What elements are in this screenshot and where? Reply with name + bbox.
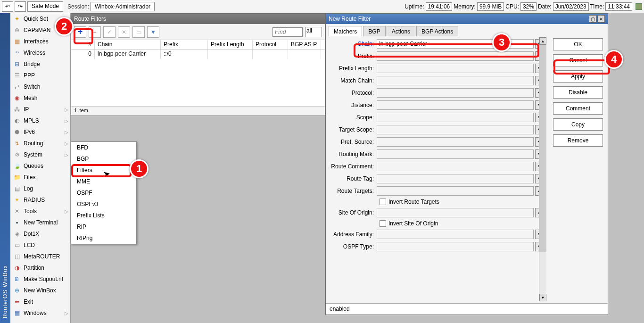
col-bgp[interactable]: BGP AS P	[288, 40, 321, 49]
protocol-label: Protocol:	[328, 90, 377, 96]
sidebar-item-dot1x[interactable]: ◈Dot1X	[10, 228, 70, 240]
invert-route-targets-checkbox[interactable]	[380, 199, 386, 205]
all-dropdown[interactable]: all	[305, 27, 322, 37]
col-chain[interactable]: Chain	[95, 40, 161, 49]
sidebar-item-mesh[interactable]: ◉Mesh	[10, 92, 70, 104]
sidebar-item-make-supout-rif[interactable]: 🗎Make Supout.rif	[10, 273, 70, 285]
tools-icon: ✕	[13, 207, 21, 215]
tab-bgp[interactable]: BGP	[363, 26, 385, 37]
cancel-button[interactable]: Cancel	[553, 54, 603, 66]
sidebar-item-log[interactable]: ▤Log	[10, 183, 70, 194]
scroll-thumb[interactable]	[539, 45, 546, 252]
disable-window-button[interactable]: Disable	[553, 86, 603, 99]
system-icon: ⚙	[13, 151, 21, 158]
sidebar-item-ip[interactable]: ⁂IP▷	[10, 104, 70, 115]
sidebar-item-windows[interactable]: ▦Windows▷	[10, 307, 70, 319]
prefix-input[interactable]	[377, 51, 534, 61]
sidebar-item-queues[interactable]: 🍃Queues	[10, 160, 70, 172]
copy-button[interactable]: Copy	[553, 118, 603, 131]
col-idx[interactable]: #	[71, 40, 95, 49]
sidebar-item-tools[interactable]: ✕Tools▷	[10, 206, 70, 217]
enable-button[interactable]: ✓	[103, 26, 116, 38]
submenu-item-prefix-lists[interactable]: Prefix Lists	[71, 210, 136, 221]
submenu-item-ospf[interactable]: OSPF	[71, 187, 136, 199]
scroll-down-icon[interactable]: ▼	[539, 294, 546, 301]
new-route-filter-title: New Route Filter ▢ ✕	[326, 14, 608, 24]
form-scrollbar[interactable]: ▲ ▼	[539, 37, 546, 301]
sidebar-item-exit[interactable]: ⬅Exit	[10, 296, 70, 307]
pref-source-input[interactable]	[377, 137, 534, 147]
col-plen[interactable]: Prefix Length	[208, 40, 253, 49]
sidebar-item-ppp[interactable]: ☰PPP	[10, 70, 70, 81]
address-family-input[interactable]	[377, 230, 534, 239]
add-button[interactable]: +	[74, 26, 86, 38]
prefix-label: Prefix:	[328, 53, 377, 59]
table-row[interactable]: 0 in-bgp-peer-Carrier ::/0	[71, 50, 325, 59]
tab-matchers[interactable]: Matchers	[329, 26, 362, 37]
apply-button[interactable]: Apply	[553, 70, 603, 83]
distance-input[interactable]	[377, 100, 534, 110]
route-comment-input[interactable]	[377, 162, 534, 171]
protocol-input[interactable]	[377, 88, 534, 98]
sidebar-item-system[interactable]: ⚙System▷	[10, 149, 70, 160]
sidebar-item-ipv6[interactable]: ⬢IPv6▷	[10, 126, 70, 138]
submenu-item-rip[interactable]: RIP	[71, 221, 136, 232]
submenu-item-bgp[interactable]: BGP	[71, 153, 136, 165]
tab-bgp-actions[interactable]: BGP Actions	[416, 26, 458, 37]
target-scope-input[interactable]	[377, 125, 534, 134]
safe-mode-button[interactable]: Safe Mode	[27, 1, 63, 12]
disable-button[interactable]: ✕	[118, 26, 130, 38]
remove-window-button[interactable]: Remove	[553, 134, 603, 147]
submenu-arrow-icon: ▷	[65, 118, 68, 124]
remove-button[interactable]: −	[89, 26, 101, 38]
comment-button[interactable]: Comment	[553, 102, 603, 115]
col-prefix[interactable]: Prefix	[161, 40, 208, 49]
routing-mark-input[interactable]	[377, 149, 534, 159]
sidebar-item-files[interactable]: 📁Files	[10, 172, 70, 183]
scope-input[interactable]	[377, 113, 534, 122]
filter-toolbar-button[interactable]: ▼	[147, 26, 159, 38]
close-button[interactable]: ✕	[597, 15, 605, 23]
submenu-item-bfd[interactable]: BFD	[71, 142, 136, 153]
scroll-up-icon[interactable]: ▲	[539, 37, 546, 45]
col-proto[interactable]: Protocol	[253, 40, 288, 49]
route-tag-input[interactable]	[377, 174, 534, 183]
invert-site-checkbox[interactable]	[380, 220, 386, 227]
match-chain-input[interactable]	[377, 76, 534, 85]
sidebar-item-new-winbox[interactable]: ⊛New WinBox	[10, 285, 70, 296]
submenu-item-ripng[interactable]: RIPng	[71, 232, 136, 244]
ospf-type-input[interactable]	[377, 242, 534, 251]
minimize-button[interactable]: ▢	[589, 15, 596, 23]
sidebar-item-partition[interactable]: ◑Partition	[10, 262, 70, 273]
sidebar-item-metarouter[interactable]: ◫MetaROUTER	[10, 251, 70, 262]
sidebar-item-label: Make Supout.rif	[24, 276, 63, 282]
tabs: Matchers BGP Actions BGP Actions	[326, 24, 608, 37]
comment-toolbar-button[interactable]: ▭	[132, 26, 145, 38]
sidebar-item-interfaces[interactable]: ▦Interfaces	[10, 36, 70, 47]
ok-button[interactable]: OK	[553, 38, 603, 50]
sidebar-item-wireless[interactable]: ⌔Wireless	[10, 47, 70, 58]
prefix-length-input[interactable]	[377, 64, 534, 73]
make-supout-rif-icon: 🗎	[13, 275, 21, 283]
route-targets-label: Route Targets:	[328, 188, 377, 194]
site-of-origin-input[interactable]	[377, 208, 534, 217]
undo-button[interactable]: ↶	[2, 1, 13, 12]
tab-actions[interactable]: Actions	[387, 26, 415, 37]
sidebar-item-bridge[interactable]: ⊟Bridge	[10, 58, 70, 70]
routing-icon: ↯	[13, 140, 21, 147]
sidebar-item-radius[interactable]: ✴RADIUS	[10, 194, 70, 206]
submenu-item-ospfv3[interactable]: OSPFv3	[71, 199, 136, 210]
sidebar-item-new-terminal[interactable]: ▪New Terminal	[10, 217, 70, 228]
sidebar-item-switch[interactable]: ⇄Switch	[10, 81, 70, 92]
sidebar-item-mpls[interactable]: ◐MPLS▷	[10, 115, 70, 126]
find-input[interactable]	[272, 27, 303, 37]
redo-button[interactable]: ↷	[15, 1, 26, 12]
route-comment-label: Route Comment:	[328, 163, 377, 170]
form-area: Chain: ▼ Prefix: ▼ Prefix Length: ▼ Matc…	[326, 36, 545, 301]
top-toolbar: ↶ ↷ Safe Mode Session: Winbox-Administra…	[0, 0, 644, 13]
sidebar-item-label: Mesh	[24, 95, 37, 101]
sidebar-item-lcd[interactable]: ▭LCD	[10, 240, 70, 251]
uptime-value: 19:41:06	[426, 2, 453, 11]
route-targets-input[interactable]	[377, 186, 534, 196]
sidebar-item-routing[interactable]: ↯Routing▷	[10, 138, 70, 149]
